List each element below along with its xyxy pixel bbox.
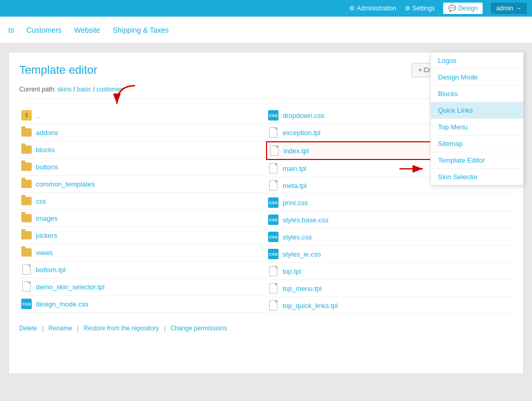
permissions-link[interactable]: Change permissions xyxy=(170,325,227,332)
tpl-file-icon xyxy=(269,300,277,311)
rename-link[interactable]: Rename xyxy=(49,325,72,332)
css-file-icon: CSS xyxy=(268,232,278,242)
file-item[interactable]: common_templates xyxy=(19,176,266,193)
file-name: meta.tpl xyxy=(283,182,307,190)
file-item[interactable]: blocks xyxy=(19,141,266,158)
design-tab[interactable]: 💬 Design xyxy=(443,3,483,14)
dropdown-item-sitemap[interactable]: Sitemap xyxy=(431,136,523,152)
path-basic[interactable]: basic xyxy=(77,86,91,93)
settings-link[interactable]: ⚙ Settings xyxy=(405,5,435,12)
file-item[interactable]: CSSstyles.base.css xyxy=(266,211,513,229)
nav-item-ts[interactable]: ts xyxy=(8,24,14,36)
file-name: exception.tpl xyxy=(283,129,321,137)
file-name: top.tpl xyxy=(283,268,301,275)
dropdown-item-logos[interactable]: Logos xyxy=(431,52,523,69)
file-name: main.tpl xyxy=(283,165,307,172)
file-item[interactable]: images xyxy=(19,210,266,227)
file-name: styles.css xyxy=(283,233,312,241)
dropdown-item-template-editor[interactable]: Template Editor xyxy=(431,152,523,169)
file-item[interactable]: views xyxy=(19,244,266,261)
file-name: bottom.tpl xyxy=(36,266,65,274)
admin-icon: ⚙ xyxy=(349,5,355,12)
css-file-icon: CSS xyxy=(268,215,278,225)
file-name: dropdown.css xyxy=(283,112,324,119)
dropdown-menu: LogosDesign ModeBlocksQuick LinksTop Men… xyxy=(430,52,524,185)
tpl-file-icon xyxy=(270,145,278,156)
file-name: top_menu.tpl xyxy=(283,285,322,292)
file-name: buttons xyxy=(36,163,58,171)
dropdown-item-skin-selector[interactable]: Skin Selector xyxy=(431,169,523,185)
file-item[interactable]: bottom.tpl xyxy=(19,261,266,278)
files-left-column: ⬆..addonsblocksbuttonscommon_templatescs… xyxy=(19,107,266,314)
admin-user-button[interactable]: admin → xyxy=(491,3,527,14)
dropdown-item-top-menu[interactable]: Top Menu xyxy=(431,119,523,136)
dropdown-item-blocks[interactable]: Blocks xyxy=(431,86,523,102)
main-content: Template editor + Create File + Create F… xyxy=(0,44,532,382)
file-name: top_quick_links.tpl xyxy=(283,302,338,310)
tpl-file-icon xyxy=(269,283,277,293)
folder-icon xyxy=(21,163,32,171)
file-name: css xyxy=(36,197,46,205)
file-item[interactable]: CSSdesign_mode.css xyxy=(19,296,266,313)
file-name: images xyxy=(36,215,58,222)
nav-bar: ts Customers Website Shipping & Taxes xyxy=(0,17,532,44)
tpl-file-icon xyxy=(22,264,31,275)
nav-item-website[interactable]: Website xyxy=(74,24,100,36)
css-file-icon: CSS xyxy=(21,299,32,309)
delete-link[interactable]: Delete xyxy=(19,325,37,332)
dropdown-item-design-mode[interactable]: Design Mode xyxy=(431,69,523,86)
up-folder-icon: ⬆ xyxy=(21,110,32,121)
file-item[interactable]: addons xyxy=(19,124,266,141)
file-name: addons xyxy=(36,129,58,137)
file-item[interactable]: top.tpl xyxy=(266,263,513,280)
folder-icon xyxy=(21,197,32,205)
css-file-icon: CSS xyxy=(268,197,278,208)
file-item[interactable]: ⬆.. xyxy=(19,107,266,124)
folder-icon xyxy=(21,180,32,188)
file-item[interactable]: buttons xyxy=(19,158,266,176)
file-name: demo_skin_selector.tpl xyxy=(36,283,104,291)
tpl-file-icon xyxy=(269,127,277,138)
tpl-file-icon xyxy=(269,180,277,191)
file-name: common_templates xyxy=(36,180,95,188)
design-icon: 💬 xyxy=(448,5,456,12)
panel-title: Template editor xyxy=(19,63,97,77)
restore-link[interactable]: Restore from the repository xyxy=(84,325,159,332)
file-name: views xyxy=(36,249,53,257)
css-file-icon: CSS xyxy=(268,110,278,121)
administration-link[interactable]: ⚙ Administration xyxy=(349,5,396,12)
folder-icon xyxy=(21,214,32,222)
file-item[interactable]: CSSstyles_ie.css xyxy=(266,246,513,263)
dropdown-item-quick-links[interactable]: Quick Links xyxy=(431,102,523,119)
file-item[interactable]: CSSprint.css xyxy=(266,194,513,211)
top-bar: ⚙ Administration ⚙ Settings 💬 Design adm… xyxy=(0,0,532,17)
nav-item-customers[interactable]: Customers xyxy=(26,24,62,36)
tpl-file-icon xyxy=(269,163,277,173)
file-item[interactable]: CSSstyles.css xyxy=(266,229,513,246)
file-name: styles_ie.css xyxy=(283,250,321,258)
folder-icon xyxy=(21,128,32,137)
file-item[interactable]: pickers xyxy=(19,227,266,244)
file-name: .. xyxy=(36,112,39,119)
bottom-links: Delete | Rename | Restore from the repos… xyxy=(19,325,513,332)
tpl-file-icon xyxy=(22,282,31,292)
file-name: blocks xyxy=(36,146,55,154)
file-name: design_mode.css xyxy=(36,300,88,308)
settings-icon: ⚙ xyxy=(405,5,410,12)
file-item[interactable]: top_quick_links.tpl xyxy=(266,297,513,314)
file-item[interactable]: css xyxy=(19,193,266,210)
file-name: pickers xyxy=(36,232,57,239)
file-item[interactable]: top_menu.tpl xyxy=(266,280,513,297)
file-name: styles.base.css xyxy=(283,216,328,224)
file-item[interactable]: demo_skin_selector.tpl xyxy=(19,278,266,296)
path-skins[interactable]: skins xyxy=(57,86,71,93)
folder-icon xyxy=(21,231,32,239)
folder-icon xyxy=(21,248,32,257)
nav-item-shipping[interactable]: Shipping & Taxes xyxy=(113,24,169,36)
logout-icon: → xyxy=(515,5,522,12)
tpl-file-icon xyxy=(269,266,277,276)
path-customer[interactable]: customer xyxy=(97,86,122,93)
file-name: print.css xyxy=(283,199,308,207)
css-file-icon: CSS xyxy=(268,249,278,259)
file-name: index.tpl xyxy=(284,147,309,155)
